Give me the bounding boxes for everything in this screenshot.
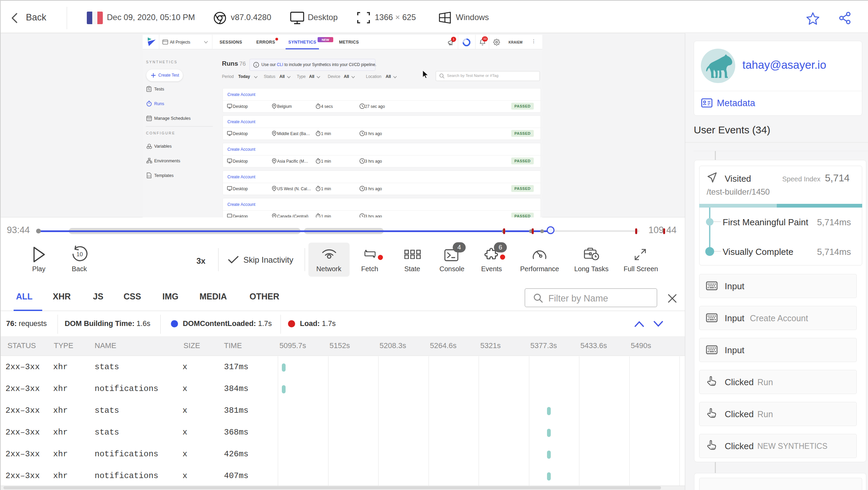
svg-text:10: 10 xyxy=(77,251,83,258)
